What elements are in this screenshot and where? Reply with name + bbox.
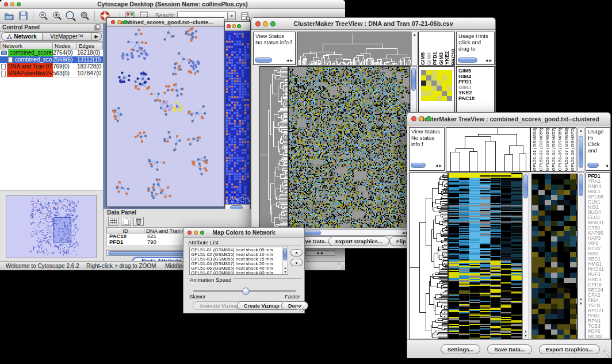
mini-heat-cell[interactable]	[431, 70, 437, 75]
t2-column-labels[interactable]: GPL51-01 (GSM854)GPL51-02 (GSM855)GPL51-…	[530, 127, 576, 172]
zoom-in-icon[interactable]	[51, 10, 63, 22]
mini-heat-cell[interactable]	[426, 70, 431, 75]
t2-heat-vscroll[interactable]: ▲ ▼	[522, 173, 529, 339]
zoom-fit-icon[interactable]	[78, 10, 91, 22]
table-row[interactable]: combined_scores2764(0)16218(0)	[0, 49, 103, 56]
zoom-selected-icon[interactable]	[64, 10, 77, 22]
col-header-edges[interactable]: Edges	[77, 42, 103, 49]
network-window-controls[interactable]	[111, 20, 128, 24]
float-panel-icon[interactable]	[94, 22, 101, 33]
network-view-canvas[interactable]	[107, 27, 224, 206]
zoom-out-icon[interactable]	[37, 10, 49, 22]
slider-thumb[interactable]	[242, 288, 250, 295]
tab-vizmapper[interactable]: VizMapper™	[43, 32, 91, 41]
mini-heat-cell[interactable]	[421, 70, 426, 75]
attribute-item[interactable]: GPL51-03 (GSM856) heat shock 15 min	[191, 257, 286, 262]
network2-window-controls[interactable]	[227, 24, 241, 28]
t2-col-label[interactable]: GPL51-02 (GSM855)	[538, 128, 544, 171]
t1-hints-scroll[interactable]	[458, 58, 477, 63]
table-row[interactable]: DNA and Tran 07769(0)183728(0)	[0, 63, 103, 70]
main-title-bar[interactable]: Cytoscape Desktop (Session Name: collins…	[0, 0, 345, 9]
animation-slider[interactable]	[193, 288, 296, 294]
t2-col-vscroll[interactable]: ▲	[577, 127, 584, 172]
mini-heat-cell[interactable]	[421, 91, 426, 96]
mini-heat-cell[interactable]	[431, 96, 437, 101]
mini-heat-cell[interactable]	[447, 75, 452, 81]
t2-button-exportgraphics[interactable]: Export Graphics...	[539, 344, 600, 354]
mini-heat-cell[interactable]	[442, 96, 447, 101]
network-overview-canvas[interactable]	[6, 196, 96, 258]
attribute-item[interactable]: GPL51-04 (GSM857) heat shock 20 min	[191, 262, 286, 266]
mini-heat-cell[interactable]	[442, 86, 447, 91]
mini-heat-cell[interactable]	[426, 86, 431, 91]
network-grid-canvas[interactable]	[225, 31, 250, 204]
open-file-icon[interactable]	[3, 10, 16, 22]
mini-heat-cell[interactable]	[426, 91, 431, 96]
table-grid-icon[interactable]	[108, 217, 118, 226]
mini-heat-cell[interactable]	[421, 86, 426, 91]
t1-col-label[interactable]: GIM4	[426, 52, 433, 65]
move-down-button[interactable]: ∨	[290, 259, 303, 266]
mini-heat-cell[interactable]	[421, 81, 426, 86]
dialog-resize-grip[interactable]	[297, 305, 304, 312]
attribute-item[interactable]: GPL51-02 (GSM855) heat shock 10 min	[191, 252, 286, 257]
t2-gene-labels[interactable]: PFD1YRA1RNR4MSL1SPC98CLN1NIS1BUD4ELG1MAK…	[586, 173, 610, 339]
t2-hints-scroll[interactable]	[587, 163, 599, 168]
t1-title-bar[interactable]: ClusterMaker TreeView : DNA and Tran 07-…	[251, 18, 495, 30]
mini-heat-cell[interactable]	[437, 75, 442, 81]
t1-status-scroll[interactable]	[255, 58, 272, 63]
t1-window-controls[interactable]	[255, 21, 276, 26]
mini-heat-cell[interactable]	[437, 81, 442, 86]
t2-row-dendrogram[interactable]	[409, 173, 448, 339]
t1-button-exportgraphics[interactable]: Export Graphics...	[328, 236, 389, 246]
mini-heat-cell[interactable]	[447, 96, 452, 101]
tab-overflow-arrow-icon[interactable]: ▶	[91, 32, 102, 41]
attribute-list-vscroll[interactable]: ▲ ▼	[282, 247, 288, 274]
t1-col-label[interactable]: PAC10	[450, 49, 457, 65]
t1-column-labels[interactable]: GIM5GIM4PFD1GIM3YKE2PAC10	[418, 32, 455, 66]
mini-heat-cell[interactable]	[426, 81, 431, 86]
mini-heat-cell[interactable]	[442, 91, 447, 96]
gene-label[interactable]: MON2	[588, 334, 610, 339]
trash-icon[interactable]	[133, 217, 144, 226]
t1-row-label[interactable]: PAC10	[458, 96, 494, 102]
mini-heat-cell[interactable]	[447, 86, 452, 91]
t2-col-label[interactable]: GPL51-03 (GSM856)	[544, 128, 550, 171]
attribute-item[interactable]: GPL51-06 (GSM865) heat shock 40 min	[191, 266, 286, 271]
mini-heat-cell[interactable]	[447, 91, 452, 96]
t2-window-controls[interactable]	[411, 116, 431, 121]
col-header-network[interactable]: Network	[0, 42, 53, 49]
done-button[interactable]: Done	[281, 301, 308, 310]
t2-title-bar[interactable]: ClusterMaker TreeView : combined_scores_…	[407, 113, 610, 125]
table-row[interactable]: combined_sco2569(6)13112(15)	[0, 56, 103, 63]
t2-col-label[interactable]: GPL51-01 (GSM854)	[531, 128, 538, 171]
mini-heat-cell[interactable]	[437, 96, 442, 101]
t2-button-settings[interactable]: Settings...	[441, 344, 480, 354]
mini-heat-cell[interactable]	[431, 91, 437, 96]
t2-resize-grip[interactable]	[603, 350, 610, 357]
t1-column-dendrogram[interactable]	[297, 32, 412, 66]
dialog-title-bar[interactable]: Map Colors to Network	[183, 228, 304, 237]
attribute-item[interactable]: GPL51-01 (GSM854) heat shock 05 min	[191, 248, 286, 252]
t2-button-savedata[interactable]: Save Data...	[487, 344, 531, 354]
t1-row-dendrogram[interactable]	[259, 66, 288, 228]
t2-column-dendrogram[interactable]	[446, 127, 530, 172]
main-resize-grip[interactable]	[338, 263, 345, 270]
mini-heat-cell[interactable]	[421, 75, 426, 81]
search-dropdown-icon[interactable]: ▼	[228, 12, 236, 20]
mini-heat-cell[interactable]	[437, 91, 442, 96]
tab-network[interactable]: Network	[1, 32, 43, 41]
mini-heat-cell[interactable]	[442, 70, 447, 75]
t1-heat-hscroll[interactable]: ◀▶	[288, 229, 410, 236]
t2-col-label[interactable]: GPL51-04 (GSM857)	[550, 128, 557, 171]
move-up-button[interactable]: ∧	[290, 249, 303, 256]
t1-mini-heatmap[interactable]	[421, 70, 452, 101]
t2-zoom-vscroll[interactable]: ▲ ▼	[577, 173, 584, 339]
attribute-item[interactable]: GPL51-07 (GSM868) heat shock 60 min	[191, 271, 286, 275]
mini-heat-cell[interactable]	[426, 75, 431, 81]
save-icon[interactable]	[17, 10, 29, 22]
t1-col-label[interactable]: GIM3	[438, 52, 445, 65]
network-overview[interactable]	[6, 195, 97, 258]
mini-heat-cell[interactable]	[431, 75, 437, 81]
t1-col-scroll[interactable]: ▲	[411, 32, 418, 66]
